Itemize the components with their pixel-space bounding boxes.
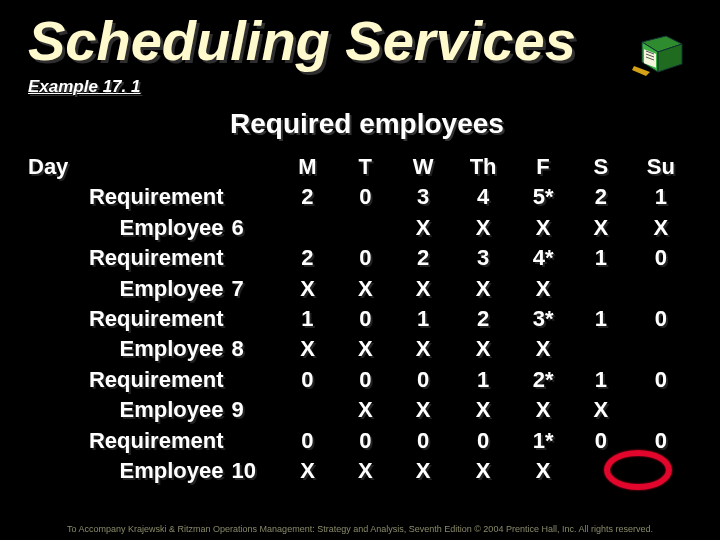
cell: 0 <box>336 182 394 212</box>
cell: X <box>279 334 337 364</box>
employee-number <box>231 426 278 456</box>
cell: 0 <box>279 426 337 456</box>
slide: Scheduling Services Example 17. 1 Requir… <box>0 0 720 540</box>
cell: X <box>336 456 394 486</box>
cell: 1 <box>572 304 630 334</box>
table-row: Requirement20345*21 <box>28 182 692 212</box>
cell: X <box>514 334 572 364</box>
employee-label: Employee <box>28 213 231 243</box>
cell: X <box>336 274 394 304</box>
employee-number <box>231 182 278 212</box>
col-S: S <box>572 152 630 182</box>
col-T: T <box>336 152 394 182</box>
table-row: Requirement00001*00 <box>28 426 692 456</box>
employee-number: 8 <box>231 334 278 364</box>
footer-text: To Accompany Krajewski & Ritzman Operati… <box>0 524 720 534</box>
table-row: Employee9XXXXX <box>28 395 692 425</box>
cell: 1 <box>572 243 630 273</box>
cell: 2 <box>452 304 514 334</box>
cell: X <box>394 274 452 304</box>
cell: 1 <box>572 365 630 395</box>
cell: X <box>514 456 572 486</box>
cell: 0 <box>394 365 452 395</box>
cell: X <box>452 456 514 486</box>
cell: X <box>394 213 452 243</box>
cell: X <box>572 395 630 425</box>
col-W: W <box>394 152 452 182</box>
employee-label: Employee <box>28 395 231 425</box>
cell: 0 <box>630 243 692 273</box>
cell <box>630 395 692 425</box>
table-row: Employee7XXXXX <box>28 274 692 304</box>
table-row: Requirement00012*10 <box>28 365 692 395</box>
header-row: Day M T W Th F S Su <box>28 152 692 182</box>
cell: 1 <box>630 182 692 212</box>
cell: 0 <box>630 365 692 395</box>
svg-marker-7 <box>632 66 650 76</box>
cell: X <box>336 334 394 364</box>
requirement-label: Requirement <box>28 182 231 212</box>
day-header: Day <box>28 152 279 182</box>
cell: X <box>336 395 394 425</box>
cell: X <box>452 274 514 304</box>
employee-number: 7 <box>231 274 278 304</box>
cell: 0 <box>630 426 692 456</box>
cell: 0 <box>452 426 514 456</box>
cell: 2 <box>279 243 337 273</box>
cell: X <box>279 274 337 304</box>
employee-label: Employee <box>28 274 231 304</box>
cell: 0 <box>336 304 394 334</box>
table-row: Requirement10123*10 <box>28 304 692 334</box>
employee-number <box>231 243 278 273</box>
cell: X <box>630 213 692 243</box>
cell: 1 <box>452 365 514 395</box>
cell: 3 <box>394 182 452 212</box>
employee-number: 9 <box>231 395 278 425</box>
cell <box>572 456 630 486</box>
table-row: Employee8XXXXX <box>28 334 692 364</box>
slide-title: Scheduling Services <box>28 12 692 71</box>
col-Th: Th <box>452 152 514 182</box>
cell: 0 <box>336 243 394 273</box>
cell: X <box>514 395 572 425</box>
cell: 3 <box>452 243 514 273</box>
cell: X <box>452 395 514 425</box>
cell <box>336 213 394 243</box>
cell: 2* <box>514 365 572 395</box>
cell: 0 <box>572 426 630 456</box>
cell <box>630 274 692 304</box>
cell: 0 <box>394 426 452 456</box>
col-Su: Su <box>630 152 692 182</box>
table-row: Employee10XXXXX <box>28 456 692 486</box>
cell <box>279 395 337 425</box>
table-row: Requirement20234*10 <box>28 243 692 273</box>
cell: 4* <box>514 243 572 273</box>
cell <box>572 334 630 364</box>
schedule-table: Day M T W Th F S Su Requirement20345*21E… <box>28 152 692 486</box>
requirement-label: Requirement <box>28 304 231 334</box>
employee-label: Employee <box>28 456 231 486</box>
col-M: M <box>279 152 337 182</box>
employee-number: 6 <box>231 213 278 243</box>
cell: X <box>394 456 452 486</box>
col-F: F <box>514 152 572 182</box>
cell: 5* <box>514 182 572 212</box>
cell: 0 <box>336 365 394 395</box>
cell: 0 <box>630 304 692 334</box>
employee-number: 10 <box>231 456 278 486</box>
cell: 1 <box>394 304 452 334</box>
cell: 0 <box>279 365 337 395</box>
cell: X <box>572 213 630 243</box>
example-label: Example 17. 1 <box>28 77 692 97</box>
requirement-label: Requirement <box>28 243 231 273</box>
cell: X <box>279 456 337 486</box>
cell: X <box>514 274 572 304</box>
cell: 1 <box>279 304 337 334</box>
employee-number <box>231 304 278 334</box>
cell <box>572 274 630 304</box>
requirement-label: Requirement <box>28 426 231 456</box>
cell: 2 <box>572 182 630 212</box>
cell: X <box>452 213 514 243</box>
schedule-cube-icon <box>632 22 688 78</box>
cell <box>630 456 692 486</box>
